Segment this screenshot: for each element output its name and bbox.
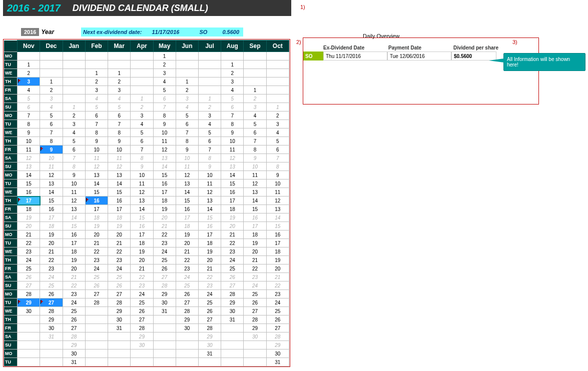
calendar-cell[interactable]: 9 [198,162,221,171]
calendar-cell[interactable]: 5 [221,94,244,103]
calendar-cell[interactable]: 17 [85,205,108,214]
calendar-cell[interactable]: 11 [221,146,244,154]
calendar-cell[interactable]: 13 [18,162,40,171]
calendar-cell[interactable]: 18 [18,205,40,214]
calendar-cell[interactable]: 24 [108,264,131,273]
calendar-cell[interactable]: 7 [176,128,198,137]
calendar-cell[interactable]: 19 [85,222,108,230]
calendar-cell[interactable]: 9 [63,171,85,180]
calendar-cell[interactable]: 16 [63,230,85,239]
calendar-cell[interactable]: 28 [153,282,176,290]
calendar-cell[interactable]: 12 [244,180,266,188]
calendar-cell[interactable]: 31 [266,358,289,366]
calendar-cell[interactable]: 14 [63,214,85,222]
calendar-cell[interactable]: 16 [40,205,63,214]
calendar-cell[interactable]: 17 [153,188,176,196]
calendar-cell[interactable]: 27 [176,298,198,307]
calendar-cell[interactable]: 19 [153,205,176,214]
calendar-cell[interactable]: 23 [85,256,108,264]
calendar-cell[interactable]: 8 [108,128,131,137]
calendar-cell[interactable]: 29 [18,298,40,307]
calendar-cell[interactable]: 17 [131,230,153,239]
calendar-cell[interactable]: 25 [40,282,63,290]
calendar-cell[interactable]: 10 [221,137,244,146]
calendar-cell[interactable]: 15 [153,171,176,180]
calendar-cell[interactable]: 7 [85,120,108,128]
calendar-cell[interactable]: 18 [85,214,108,222]
calendar-cell[interactable]: 7 [18,112,40,120]
calendar-cell[interactable]: 19 [40,230,63,239]
calendar-cell[interactable]: 5 [153,86,176,94]
calendar-cell[interactable]: 28 [18,290,40,298]
calendar-cell[interactable]: 12 [221,154,244,162]
calendar-cell[interactable]: 17 [244,222,266,230]
calendar-cell[interactable]: 15 [131,214,153,222]
calendar-cell[interactable]: 5 [266,137,289,146]
calendar-cell[interactable]: 25 [63,307,85,316]
calendar-cell[interactable]: 22 [198,273,221,282]
calendar-cell[interactable]: 29 [131,332,153,341]
calendar-cell[interactable]: 8 [40,137,63,146]
calendar-cell[interactable]: 5 [63,137,85,146]
calendar-cell[interactable]: 9 [18,128,40,137]
calendar-cell[interactable]: 4 [266,128,289,137]
calendar-cell[interactable]: 14 [85,180,108,188]
calendar-cell[interactable]: 17 [198,230,221,239]
calendar-cell[interactable]: 30 [198,341,221,350]
calendar-cell[interactable]: 19 [108,222,131,230]
calendar-cell[interactable]: 7 [198,146,221,154]
calendar-cell[interactable]: 3 [176,94,198,103]
calendar-cell[interactable]: 28 [244,316,266,324]
calendar-cell[interactable]: 2 [244,94,266,103]
calendar-cell[interactable]: 7 [153,103,176,112]
calendar-cell[interactable]: 16 [266,230,289,239]
calendar-cell[interactable]: 12 [176,171,198,180]
calendar-cell[interactable]: 3 [131,112,153,120]
calendar-cell[interactable]: 14 [18,171,40,180]
calendar-cell[interactable]: 9 [40,146,63,154]
calendar-cell[interactable]: 25 [266,307,289,316]
calendar-cell[interactable]: 11 [18,146,40,154]
calendar-cell[interactable]: 17 [18,196,40,205]
calendar-cell[interactable]: 24 [40,273,63,282]
calendar-cell[interactable]: 30 [63,350,85,358]
calendar-cell[interactable]: 15 [266,222,289,230]
calendar-cell[interactable]: 31 [221,316,244,324]
calendar-cell[interactable]: 15 [221,180,244,188]
calendar-cell[interactable]: 3 [221,78,244,86]
calendar-cell[interactable]: 3 [18,78,40,86]
calendar-cell[interactable]: 7 [244,137,266,146]
calendar-cell[interactable]: 26 [266,316,289,324]
calendar-cell[interactable]: 8 [244,146,266,154]
calendar-cell[interactable]: 2 [153,60,176,69]
calendar-cell[interactable]: 12 [18,154,40,162]
calendar-cell[interactable]: 20 [198,256,221,264]
calendar-cell[interactable]: 26 [221,273,244,282]
calendar-cell[interactable]: 9 [244,154,266,162]
calendar-cell[interactable]: 3 [40,94,63,103]
calendar-cell[interactable]: 10 [153,128,176,137]
calendar-cell[interactable]: 18 [244,230,266,239]
calendar-cell[interactable]: 23 [153,239,176,248]
calendar-cell[interactable]: 27 [108,290,131,298]
calendar-cell[interactable]: 28 [176,307,198,316]
calendar-cell[interactable]: 30 [18,307,40,316]
calendar-cell[interactable]: 27 [153,273,176,282]
calendar-cell[interactable]: 2 [266,112,289,120]
calendar-cell[interactable]: 8 [131,154,153,162]
calendar-cell[interactable]: 26 [198,307,221,316]
calendar-cell[interactable]: 27 [221,282,244,290]
calendar-cell[interactable]: 14 [131,205,153,214]
calendar-cell[interactable]: 25 [131,298,153,307]
calendar-cell[interactable]: 4 [108,94,131,103]
calendar-cell[interactable]: 24 [63,298,85,307]
calendar-cell[interactable]: 18 [131,239,153,248]
calendar-cell[interactable]: 30 [266,350,289,358]
calendar-cell[interactable]: 14 [221,171,244,180]
calendar-cell[interactable]: 28 [198,324,221,332]
calendar-cell[interactable]: 3 [85,86,108,94]
calendar-cell[interactable]: 24 [153,248,176,256]
calendar-cell[interactable]: 24 [85,264,108,273]
calendar-cell[interactable]: 2 [221,69,244,78]
calendar-cell[interactable]: 13 [63,205,85,214]
